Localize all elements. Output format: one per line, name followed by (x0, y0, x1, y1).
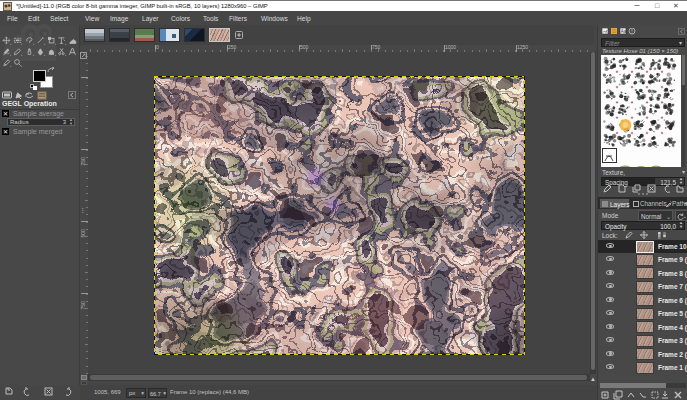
svg-text:Aa: Aa (621, 29, 627, 34)
